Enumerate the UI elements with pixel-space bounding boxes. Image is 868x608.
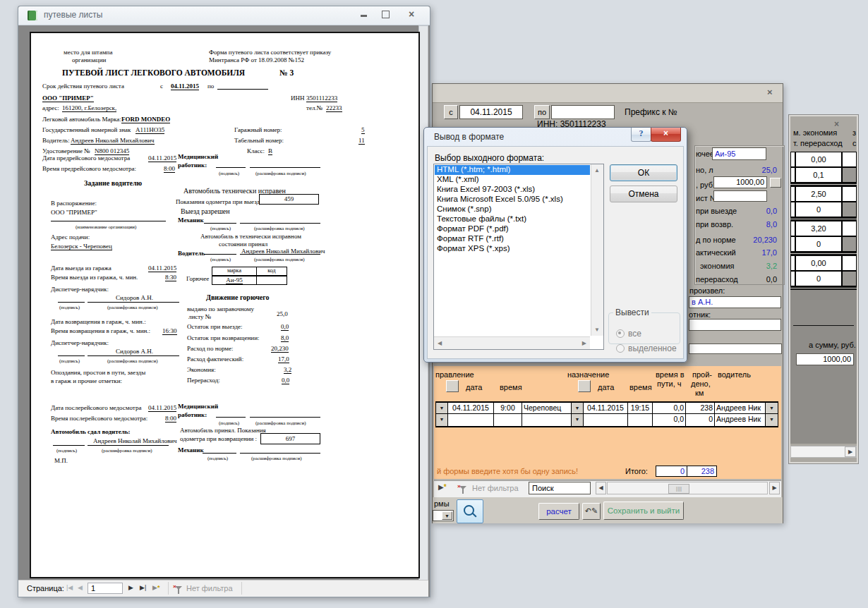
close-button[interactable]: × [651, 128, 681, 142]
return-time-label: Время возвращения в гараж, ч. мин.: [51, 327, 150, 334]
fuel-combobox[interactable]: Аи-95 [712, 147, 766, 160]
org-caption: (наименование организации) [76, 224, 136, 230]
restore-icon[interactable] [382, 11, 390, 18]
horizontal-scrollbar[interactable]: |||| [607, 482, 768, 494]
rest-ret-value: 8,0 [733, 220, 777, 229]
first-page-icon[interactable]: |◀ [66, 584, 73, 591]
overspend-value: 0,0 [733, 275, 777, 284]
cancel-button[interactable]: Отмена [610, 186, 677, 202]
post-time-value: 8:00 [165, 415, 176, 422]
chevron-down-icon[interactable]: ▼ [572, 414, 584, 426]
calculate-button[interactable]: расчет [538, 503, 579, 520]
table-row[interactable]: 0,00 [790, 255, 857, 271]
format-option[interactable]: Книга Microsoft Excel 5.0/95 (*.xls) [435, 195, 590, 205]
class-value: В [268, 147, 272, 155]
calc-by-combobox[interactable]: в А.Н. [689, 296, 781, 308]
forms-combobox[interactable]: ▼ [433, 510, 454, 521]
sig-caption: (подпись) [210, 226, 231, 231]
scroll-left-icon[interactable]: ◀ [596, 482, 606, 494]
horizontal-scrollbar[interactable]: ▶ [790, 446, 857, 458]
page-number-input[interactable]: 1 [88, 583, 123, 594]
column-header-partial-2: с [852, 139, 857, 147]
search-button[interactable] [457, 499, 483, 523]
scrollbar-thumb[interactable]: |||| [668, 484, 689, 494]
chevron-down-icon[interactable]: ▼ [766, 414, 778, 426]
table-row[interactable]: 0,00 [790, 152, 857, 167]
sum-button[interactable] [770, 178, 781, 188]
date-picker-button[interactable] [446, 380, 459, 392]
format-option[interactable]: XML (*.xml) [435, 175, 590, 185]
fuel-fact-label: Расход фактический: [187, 355, 243, 363]
vertical-scrollbar[interactable]: ▲ ▼ [591, 164, 603, 336]
signature-line [240, 453, 320, 454]
close-icon[interactable]: × [409, 8, 414, 20]
chevron-down-icon[interactable]: ▼ [436, 414, 448, 426]
fuel-ret-label: Остаток при возвращении: [187, 334, 259, 341]
window-titlebar[interactable]: путевые листы × [18, 6, 430, 25]
next-page-icon[interactable]: ▶ [128, 584, 133, 591]
table-row[interactable]: 0 [790, 271, 857, 286]
format-option[interactable]: HTML (*.htm; *.html) [435, 165, 590, 175]
format-listbox[interactable]: HTML (*.htm; *.html) XML (*.xml) Книга E… [433, 164, 604, 350]
scroll-right-icon[interactable]: ▶ [769, 482, 780, 494]
table-row[interactable]: 3,20 [790, 221, 857, 236]
format-option[interactable]: Текстовые файлы (*.txt) [435, 214, 590, 224]
close-icon[interactable]: × [834, 119, 839, 129]
new-page-icon[interactable]: ▶* [152, 584, 159, 591]
scroll-down-icon[interactable]: ▼ [594, 327, 600, 333]
exit-allowed: Выезд разрешен [181, 207, 230, 215]
help-button[interactable]: ? [631, 128, 651, 142]
rest-ret-label: при возвр. [696, 220, 733, 229]
new-record-icon[interactable]: ▶* [438, 483, 447, 491]
search-input[interactable]: Поиск [529, 482, 591, 494]
signature-line [240, 254, 320, 255]
signature-line [88, 355, 179, 356]
minimize-icon[interactable] [361, 15, 367, 17]
pre-med-date: 04.11.2015 [148, 154, 176, 162]
trip-row[interactable]: ▼ ▼ 0,0 0 Андреев Ник ▼ [435, 413, 778, 427]
text-field[interactable] [689, 343, 782, 354]
table-row[interactable]: 0 [790, 202, 857, 217]
table-row[interactable]: 2,50 [790, 186, 857, 202]
dialog-title: Вывод в формате [434, 132, 504, 142]
radio-dot [618, 332, 621, 334]
ok-button[interactable]: ОК [610, 164, 677, 181]
format-option[interactable]: Формат PDF (*.pdf) [435, 224, 590, 234]
date-picker-button[interactable] [578, 380, 591, 392]
format-option[interactable]: Формат RTF (*.rtf) [435, 234, 590, 244]
date-to-button[interactable]: по [534, 105, 550, 119]
format-option[interactable]: Формат XPS (*.xps) [435, 244, 590, 254]
horizontal-scrollbar[interactable]: ◀ ▶ [434, 336, 590, 349]
last-page-icon[interactable]: ▶| [140, 584, 146, 591]
close-icon[interactable]: × [767, 87, 773, 97]
scroll-left-icon[interactable]: ◀ [438, 340, 442, 346]
delays-2: в гараж и прочие отметки: [51, 377, 122, 384]
prev-page-icon[interactable]: ◀ [78, 584, 83, 591]
date-from-field[interactable]: 04.11.2015 [459, 105, 523, 119]
chevron-down-icon[interactable]: ▼ [442, 511, 452, 520]
scroll-right-icon[interactable]: ▶ [582, 340, 586, 346]
radio-all[interactable] [616, 329, 625, 338]
sum-field[interactable]: 1000,00 [796, 353, 854, 365]
list-no-field[interactable] [713, 190, 767, 202]
table-row[interactable]: 0 [790, 236, 857, 252]
sig-caption: (расшифровка подписи) [251, 456, 301, 461]
format-option[interactable]: Снимок (*.snp) [435, 205, 590, 214]
save-exit-button[interactable]: Сохранить и выйти [603, 501, 684, 520]
undo-edit-button[interactable]: ↶✎ [582, 503, 601, 520]
supply-address-label: Адрес подачи: [51, 233, 90, 241]
scroll-right-icon[interactable]: ▶ [845, 446, 856, 457]
scroll-up-icon[interactable]: ▲ [594, 167, 600, 174]
sig-caption: (подпись) [219, 420, 239, 426]
calc-by-label: произвел: [689, 286, 725, 295]
sum-field[interactable]: 1000,00 [713, 176, 767, 188]
economy-table: 0,00 0,1 2,50 0 3,20 0 0,00 0 [790, 152, 857, 290]
date-to-field[interactable] [551, 105, 615, 119]
date-from-button[interactable]: с [444, 105, 458, 119]
form-titlebar[interactable] [433, 84, 783, 103]
worker-combobox[interactable] [689, 319, 781, 331]
table-row[interactable]: 0,1 [790, 167, 857, 183]
radio-selected[interactable] [616, 344, 625, 353]
car-value: FORD MONDEO [121, 116, 170, 123]
format-option[interactable]: Книга Excel 97-2003 (*.xls) [435, 185, 590, 195]
